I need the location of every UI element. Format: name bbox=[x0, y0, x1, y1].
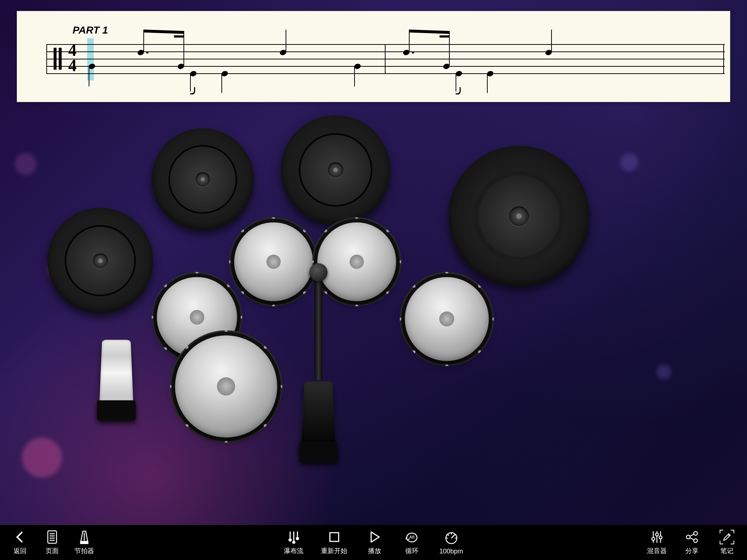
crash-cymbal-2[interactable] bbox=[281, 115, 390, 225]
svg-point-31 bbox=[694, 539, 697, 542]
svg-line-22 bbox=[454, 534, 455, 536]
share-label: 分享 bbox=[685, 547, 698, 555]
svg-point-30 bbox=[686, 535, 690, 539]
loop-button[interactable]: AB 循环 bbox=[402, 530, 422, 555]
gauge-icon bbox=[444, 531, 458, 545]
svg-line-21 bbox=[448, 534, 449, 536]
crash-cymbal-1[interactable] bbox=[152, 128, 254, 230]
page-label: 页面 bbox=[46, 547, 59, 555]
pencil-icon bbox=[720, 530, 734, 544]
loop-label: 循环 bbox=[405, 547, 418, 555]
svg-point-12 bbox=[296, 537, 298, 540]
snare-large[interactable] bbox=[175, 335, 277, 438]
tom-high[interactable] bbox=[234, 222, 313, 301]
waterfall-icon bbox=[286, 530, 301, 544]
ride-cymbal[interactable] bbox=[449, 146, 589, 287]
chevron-left-icon bbox=[13, 530, 27, 544]
back-button[interactable]: 返回 bbox=[10, 530, 30, 555]
toolbar-left: 返回 页面 节拍器 bbox=[10, 530, 94, 555]
hihat-cymbal[interactable] bbox=[47, 208, 153, 314]
svg-point-11 bbox=[293, 541, 295, 544]
mixer-icon bbox=[650, 530, 664, 544]
toolbar-center: 瀑布流 重新开始 播放 AB 循环 100bpm bbox=[284, 530, 463, 555]
metronome-icon bbox=[77, 530, 92, 544]
restart-button[interactable]: 重新开始 bbox=[321, 530, 347, 555]
svg-line-17 bbox=[451, 535, 454, 538]
svg-text:AB: AB bbox=[409, 535, 415, 539]
tempo-button[interactable]: 100bpm bbox=[439, 531, 463, 555]
notes-button[interactable]: 笔记 bbox=[717, 530, 737, 555]
loop-ab-icon: AB bbox=[405, 530, 419, 544]
back-label: 返回 bbox=[13, 547, 27, 555]
play-label: 播放 bbox=[368, 547, 381, 555]
notes-label: 笔记 bbox=[720, 547, 734, 555]
svg-rect-0 bbox=[48, 531, 57, 543]
restart-label: 重新开始 bbox=[321, 547, 347, 555]
metronome-button[interactable]: 节拍器 bbox=[74, 530, 94, 555]
svg-rect-6 bbox=[81, 541, 88, 544]
mixer-button[interactable]: 混音器 bbox=[647, 530, 667, 555]
drum-kit bbox=[0, 0, 747, 560]
page-button[interactable]: 页面 bbox=[42, 530, 62, 555]
svg-point-28 bbox=[659, 536, 662, 539]
waterfall-button[interactable]: 瀑布流 bbox=[284, 530, 303, 555]
svg-line-32 bbox=[690, 534, 694, 536]
toolbar-right: 混音器 分享 笔记 bbox=[647, 530, 737, 555]
svg-point-27 bbox=[655, 533, 658, 536]
metronome-label: 节拍器 bbox=[74, 547, 94, 555]
share-button[interactable]: 分享 bbox=[682, 530, 702, 555]
svg-point-29 bbox=[694, 532, 697, 535]
svg-rect-13 bbox=[330, 533, 338, 541]
share-icon bbox=[685, 530, 699, 544]
tempo-label: 100bpm bbox=[439, 548, 463, 555]
play-button[interactable]: 播放 bbox=[365, 530, 384, 555]
stop-icon bbox=[327, 530, 341, 544]
play-icon bbox=[367, 530, 382, 544]
svg-point-10 bbox=[289, 539, 291, 541]
mixer-label: 混音器 bbox=[647, 547, 667, 555]
tom-floor[interactable] bbox=[405, 277, 489, 361]
toolbar: 返回 页面 节拍器 瀑布流 重新开始 bbox=[0, 525, 747, 560]
svg-point-26 bbox=[652, 537, 655, 540]
svg-marker-14 bbox=[371, 532, 379, 542]
tom-mid[interactable] bbox=[317, 222, 396, 301]
waterfall-label: 瀑布流 bbox=[284, 547, 303, 555]
page-icon bbox=[45, 530, 59, 544]
svg-line-33 bbox=[690, 538, 694, 540]
